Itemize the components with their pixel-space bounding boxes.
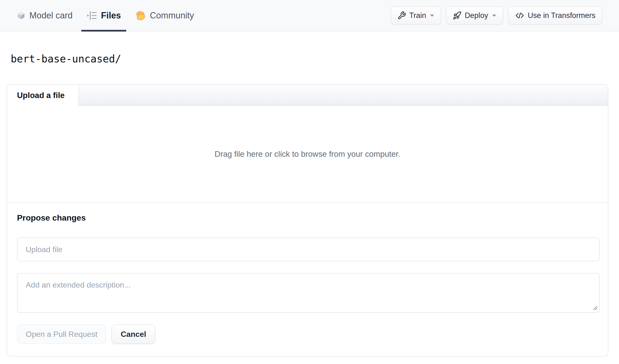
upload-a-file-tab[interactable]: Upload a file	[7, 84, 79, 106]
propose-changes-section: Propose changes Open a Pull Request Canc…	[7, 203, 608, 344]
file-dropzone[interactable]: Drag file here or click to browse from y…	[7, 106, 608, 203]
description-field-wrapper	[17, 273, 600, 313]
file-versions-icon	[87, 11, 97, 20]
chevron-down-icon	[492, 14, 497, 17]
tab-community[interactable]: Community	[130, 0, 199, 31]
propose-actions-row: Open a Pull Request Cancel	[17, 324, 598, 344]
model-files-page: Model card Files	[0, 0, 619, 364]
upload-panel: Upload a file Drag file here or click to…	[7, 84, 608, 356]
train-button[interactable]: Train	[391, 6, 441, 25]
dropzone-hint-text: Drag file here or click to browse from y…	[215, 150, 400, 159]
deploy-button[interactable]: Deploy	[446, 6, 504, 25]
deploy-button-label: Deploy	[464, 11, 488, 20]
wrench-icon	[397, 11, 406, 20]
waving-hand-icon	[135, 10, 146, 21]
repo-path-heading: bert-base-uncased/	[11, 53, 121, 65]
chevron-down-icon	[430, 14, 435, 17]
code-icon	[515, 11, 525, 20]
tab-community-label: Community	[150, 10, 194, 21]
upload-file-input[interactable]	[17, 238, 600, 261]
propose-changes-heading: Propose changes	[17, 213, 598, 223]
tab-model-card-label: Model card	[29, 10, 72, 21]
open-pull-request-button[interactable]: Open a Pull Request	[17, 324, 106, 344]
repo-actions: Train Deploy	[391, 0, 602, 31]
train-button-label: Train	[409, 11, 426, 20]
rocket-icon	[453, 11, 462, 20]
tab-files[interactable]: Files	[81, 0, 126, 31]
top-nav: Model card Files	[0, 0, 619, 31]
tab-model-card[interactable]: Model card	[11, 0, 78, 31]
extended-description-textarea[interactable]	[17, 273, 600, 313]
use-in-transformers-label: Use in Transformers	[528, 11, 595, 20]
repo-tabs: Model card Files	[11, 0, 199, 31]
upload-a-file-tab-label: Upload a file	[17, 91, 65, 100]
cube-icon	[16, 11, 26, 20]
tab-files-label: Files	[101, 10, 121, 21]
use-in-transformers-button[interactable]: Use in Transformers	[508, 6, 602, 25]
upload-panel-tabstrip: Upload a file	[7, 84, 608, 106]
cancel-button[interactable]: Cancel	[112, 324, 155, 344]
